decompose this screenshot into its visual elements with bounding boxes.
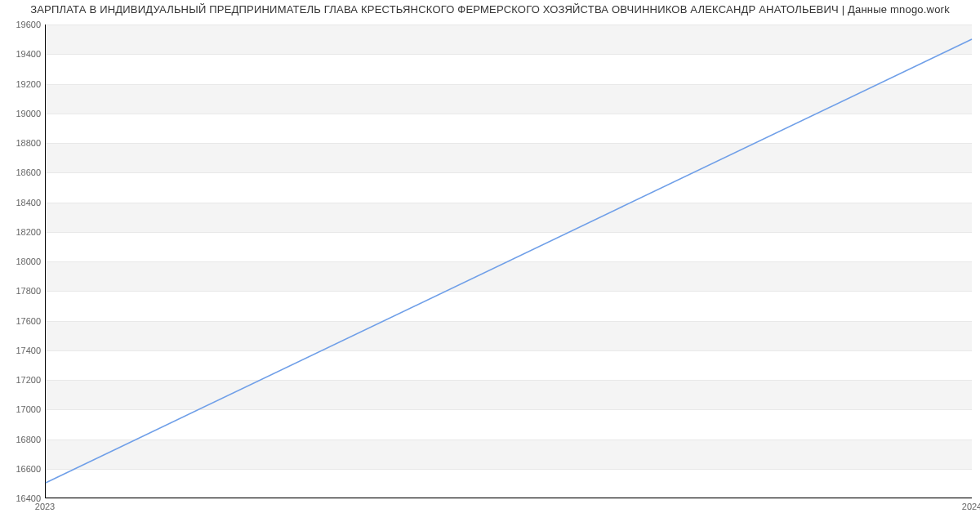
y-tick-label: 16600	[4, 464, 41, 474]
y-tick-label: 18000	[4, 257, 41, 266]
y-tick-label: 17200	[4, 375, 41, 385]
y-tick-label: 19600	[4, 20, 41, 29]
y-tick-label: 17800	[4, 286, 41, 296]
x-tick-label: 2023	[35, 502, 55, 511]
y-tick-label: 17600	[4, 316, 41, 326]
plot-area	[45, 25, 972, 498]
y-tick-label: 16800	[4, 435, 41, 444]
y-tick-label: 19400	[4, 49, 41, 59]
series-line	[46, 39, 972, 483]
y-tick-label: 18600	[4, 167, 41, 177]
x-tick-label: 2024	[962, 502, 980, 511]
y-tick-label: 18400	[4, 198, 41, 207]
chart-title: ЗАРПЛАТА В ИНДИВИДУАЛЬНЫЙ ПРЕДПРИНИМАТЕЛ…	[0, 3, 980, 16]
gridline	[46, 498, 972, 499]
y-tick-label: 19000	[4, 109, 41, 118]
y-tick-label: 18800	[4, 138, 41, 148]
y-tick-label: 17400	[4, 346, 41, 355]
line-series	[46, 25, 972, 498]
y-tick-label: 18200	[4, 227, 41, 237]
y-tick-label: 17000	[4, 404, 41, 414]
y-tick-label: 19200	[4, 79, 41, 89]
